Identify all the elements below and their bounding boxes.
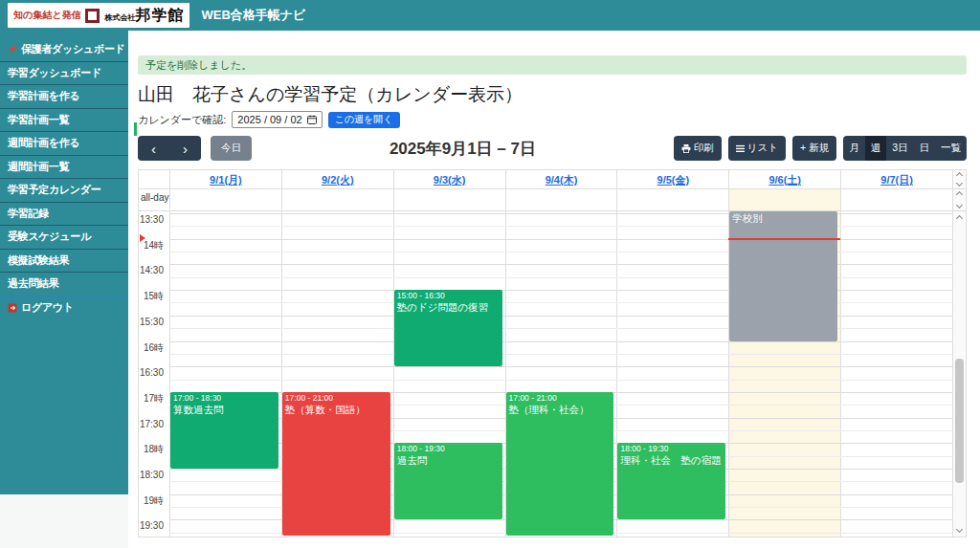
calendar-event[interactable]: 17:00 - 21:00塾（理科・社会） xyxy=(506,392,614,536)
sidebar-footer-area xyxy=(0,494,128,548)
sidebar-item[interactable]: 受験スケジュール xyxy=(0,226,128,250)
sidebar-item[interactable]: 週間計画を作る xyxy=(0,132,128,156)
date-picker-label: カレンダーで確認: xyxy=(138,113,226,127)
sidebar-item[interactable]: ログアウト xyxy=(0,296,128,320)
scroll-down-icon[interactable] xyxy=(956,526,963,533)
calendar-event[interactable]: 18:00 - 19:30理科・社会 塾の宿題 xyxy=(617,443,725,519)
app-title: WEB合格手帳ナビ xyxy=(201,7,305,24)
event-title: 理科・社会 塾の宿題 xyxy=(620,454,723,467)
view-button[interactable]: 一覧 xyxy=(935,136,967,161)
new-event-button[interactable]: + 新規 xyxy=(792,136,836,161)
app-header: 知の集結と発信 株式会社 邦学館 WEB合格手帳ナビ xyxy=(0,0,980,31)
time-axis-label: 15:30 xyxy=(139,317,166,327)
event-title: 塾（理科・社会） xyxy=(509,404,612,416)
list-button-label: リスト xyxy=(747,142,778,155)
time-axis-label: 19:30 xyxy=(139,520,166,531)
event-time: 18:00 - 19:30 xyxy=(397,444,500,454)
sidebar-item[interactable]: 学習記録 xyxy=(0,203,128,227)
calendar-event[interactable]: 学校別 xyxy=(729,211,837,341)
time-axis-label: 18時 xyxy=(139,444,166,454)
calendar-event[interactable]: 17:00 - 21:00塾（算数・国語） xyxy=(282,392,390,536)
all-day-cell[interactable] xyxy=(505,189,617,210)
sidebar-item[interactable]: 週間計画一覧 xyxy=(0,156,128,180)
company-prefix: 株式会社 xyxy=(104,12,135,23)
all-day-cell[interactable] xyxy=(840,189,952,210)
slot-line xyxy=(169,354,952,355)
event-title: 算数過去問 xyxy=(173,404,276,416)
company-name-block: 株式会社 邦学館 xyxy=(104,6,184,26)
day-column[interactable] xyxy=(840,211,952,537)
sidebar-item-label: ログアウト xyxy=(21,300,74,315)
event-time: 18:00 - 19:30 xyxy=(620,444,723,454)
all-day-cell[interactable] xyxy=(169,189,281,210)
calendar-icon[interactable] xyxy=(307,115,317,124)
stray-green-marker xyxy=(134,122,137,136)
scroll-up-icon[interactable] xyxy=(956,215,963,222)
sidebar-item-label: 受験スケジュール xyxy=(8,230,91,244)
view-button[interactable]: 3日 xyxy=(886,136,913,161)
time-axis-label: 16:30 xyxy=(139,367,166,378)
time-axis-label: 14:30 xyxy=(139,265,166,275)
now-indicator-line xyxy=(728,238,840,240)
scroll-up-icon[interactable] xyxy=(956,172,963,179)
sidebar-item-label: 保護者ダッシュボード xyxy=(21,42,125,56)
event-time: 15:00 - 16:30 xyxy=(397,291,500,301)
slot-line xyxy=(169,366,952,367)
calendar-event[interactable]: 18:00 - 19:30過去問 xyxy=(394,443,502,519)
day-header-cell: 9/6(土) xyxy=(728,170,840,188)
list-icon xyxy=(736,144,745,153)
all-day-cell[interactable] xyxy=(393,189,505,210)
open-week-button[interactable]: この週を開く xyxy=(328,112,400,128)
sidebar-item[interactable]: 過去問結果 xyxy=(0,273,128,296)
sidebar-item[interactable]: 学習計画を作る xyxy=(0,85,128,109)
day-header-link[interactable]: 9/6(土) xyxy=(768,174,801,186)
all-day-cell[interactable] xyxy=(281,189,393,210)
day-header-cell: 9/4(木) xyxy=(505,170,617,188)
day-header-link[interactable]: 9/3(水) xyxy=(434,174,466,186)
all-day-cell[interactable] xyxy=(728,189,840,210)
day-header-link[interactable]: 9/2(火) xyxy=(322,174,354,186)
view-button[interactable]: 週 xyxy=(865,136,887,161)
scroll-up-icon[interactable] xyxy=(956,191,963,198)
sidebar-item[interactable]: 学習予定カレンダー xyxy=(0,179,128,203)
scroll-down-icon[interactable] xyxy=(956,180,963,186)
day-header-link[interactable]: 9/7(日) xyxy=(880,174,913,186)
day-header-link[interactable]: 9/5(金) xyxy=(657,174,690,186)
sidebar-item[interactable]: 模擬試験結果 xyxy=(0,250,128,274)
company-logo: 知の集結と発信 株式会社 邦学館 xyxy=(8,3,189,28)
prev-next-group: ‹ › xyxy=(138,136,201,161)
all-day-scrollbar[interactable] xyxy=(952,189,966,210)
logout-icon xyxy=(8,303,17,313)
sidebar-item[interactable]: 保護者ダッシュボード xyxy=(0,38,128,62)
event-time: 17:00 - 21:00 xyxy=(285,393,388,404)
success-alert: 予定を削除しました。 xyxy=(138,55,967,75)
calendar-event[interactable]: 15:00 - 16:30塾のドジ問題の復習 xyxy=(394,290,502,366)
scroll-down-icon[interactable] xyxy=(956,202,963,208)
day-header-cell: 9/5(金) xyxy=(616,170,728,188)
today-button[interactable]: 今日 xyxy=(211,136,252,161)
day-header-link[interactable]: 9/4(木) xyxy=(546,174,578,186)
view-switcher: 月 週 3日 日 一覧 xyxy=(843,136,967,161)
list-button[interactable]: リスト xyxy=(728,136,786,161)
view-button[interactable]: 月 xyxy=(843,136,865,161)
view-button[interactable]: 日 xyxy=(914,136,936,161)
print-button[interactable]: 印刷 xyxy=(674,136,722,161)
time-grid-scrollbar[interactable] xyxy=(952,211,966,537)
time-grid: 13:3014時14:3015時15:3016時16:3017時17:3018時… xyxy=(139,211,966,537)
date-input[interactable]: 2025 / 09 / 02 xyxy=(232,111,322,128)
sidebar-item-label: 学習計画一覧 xyxy=(8,113,69,127)
sidebar-item[interactable]: 学習計画一覧 xyxy=(0,109,128,133)
next-button[interactable]: › xyxy=(169,136,201,161)
header-scrollbar[interactable] xyxy=(952,170,966,188)
print-icon xyxy=(681,144,691,153)
day-header-link[interactable]: 9/1(月) xyxy=(210,174,242,186)
event-title: 学校別 xyxy=(732,212,835,225)
sidebar: 保護者ダッシュボード 学習ダッシュボード 学習計画を作る 学習計画一覧 週間計画… xyxy=(0,31,128,494)
scrollbar-thumb[interactable] xyxy=(955,359,964,483)
prev-button[interactable]: ‹ xyxy=(138,136,169,161)
day-column[interactable] xyxy=(169,211,281,537)
sidebar-item-label: 週間計画一覧 xyxy=(8,160,69,174)
sidebar-item[interactable]: 学習ダッシュボード xyxy=(0,62,128,86)
calendar-event[interactable]: 17:00 - 18:30算数過去問 xyxy=(170,392,278,469)
all-day-cell[interactable] xyxy=(616,189,728,210)
